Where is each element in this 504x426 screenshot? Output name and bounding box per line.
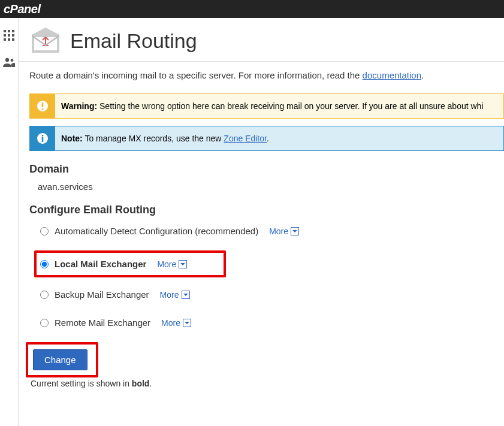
grid-icon[interactable] [4, 30, 14, 43]
warning-text: Setting the wrong option here can break … [97, 101, 483, 111]
note-label: Note: [61, 134, 83, 143]
change-button[interactable]: Change [33, 349, 87, 370]
svg-rect-3 [4, 34, 6, 37]
zone-editor-link[interactable]: Zone Editor [224, 134, 267, 143]
note-body: Note: To manage MX records, use the new … [55, 126, 503, 150]
svg-rect-7 [8, 38, 10, 41]
side-rail [0, 18, 18, 426]
svg-point-10 [11, 59, 14, 62]
more-link-local[interactable]: More [157, 259, 187, 269]
radio-auto-detect-input[interactable] [40, 227, 49, 235]
domain-section-title: Domain [29, 163, 504, 176]
info-icon [30, 126, 55, 150]
current-note-suffix: . [149, 379, 152, 388]
note-prefix: To manage MX records, use the new [83, 134, 224, 143]
chevron-down-icon [179, 260, 187, 268]
more-text: More [160, 290, 179, 300]
svg-rect-8 [12, 38, 14, 41]
email-routing-icon [29, 26, 62, 55]
warning-body: Warning: Setting the wrong option here c… [55, 94, 503, 118]
svg-rect-4 [8, 34, 10, 37]
warning-alert: Warning: Setting the wrong option here c… [29, 93, 504, 119]
current-note-bold: bold [132, 379, 150, 388]
radio-remote-label: Remote Mail Exchanger [55, 318, 150, 328]
svg-rect-15 [42, 137, 44, 142]
documentation-link[interactable]: documentation [363, 70, 421, 80]
top-bar: cPanel [0, 0, 504, 18]
svg-rect-1 [8, 30, 10, 32]
svg-rect-16 [42, 135, 44, 137]
radio-backup-exchanger[interactable]: Backup Mail Exchanger More [38, 286, 504, 303]
body-section: Route a domain's incoming mail to a spec… [19, 62, 504, 426]
svg-rect-6 [4, 38, 6, 41]
page-header: Email Routing [19, 18, 504, 62]
svg-rect-13 [42, 108, 44, 110]
radio-local-exchanger[interactable]: Local Mail Exchanger More [38, 253, 214, 275]
svg-rect-2 [12, 30, 14, 32]
radio-remote-exchanger[interactable]: Remote Mail Exchanger More [38, 314, 504, 331]
radio-backup-label: Backup Mail Exchanger [55, 289, 149, 300]
more-text: More [269, 226, 288, 236]
intro-prefix: Route a domain's incoming mail to a spec… [29, 70, 363, 80]
more-text: More [157, 259, 176, 269]
more-link-auto[interactable]: More [269, 226, 299, 236]
cpanel-logo: cPanel [4, 2, 40, 16]
radio-local-label: Local Mail Exchanger [55, 259, 146, 269]
svg-point-9 [5, 58, 9, 62]
routing-section-title: Configure Email Routing [29, 204, 504, 216]
radio-backup-input[interactable] [40, 291, 49, 299]
chevron-down-icon [182, 291, 190, 299]
more-link-remote[interactable]: More [161, 318, 191, 328]
chevron-down-icon [291, 227, 299, 235]
highlight-change: Change [26, 342, 98, 377]
svg-rect-12 [42, 102, 44, 107]
current-setting-note: Current setting is shown in bold. [31, 379, 504, 388]
radio-auto-detect-label: Automatically Detect Configuration (reco… [55, 226, 258, 236]
intro-text: Route a domain's incoming mail to a spec… [29, 70, 504, 80]
users-icon[interactable] [3, 58, 15, 70]
more-text: More [161, 318, 180, 328]
svg-rect-5 [12, 34, 14, 37]
warning-icon [30, 94, 55, 118]
highlight-local: Local Mail Exchanger More [34, 250, 226, 277]
chevron-down-icon [183, 319, 191, 327]
note-alert: Note: To manage MX records, use the new … [29, 126, 504, 151]
main-wrap: Email Routing Route a domain's incoming … [0, 18, 504, 426]
more-link-backup[interactable]: More [160, 290, 190, 300]
content-area: Email Routing Route a domain's incoming … [18, 18, 504, 426]
svg-rect-0 [4, 30, 6, 32]
domain-value: avan.services [29, 182, 504, 192]
radio-local-input[interactable] [40, 260, 49, 268]
intro-suffix: . [421, 70, 424, 80]
page-title: Email Routing [70, 29, 197, 53]
warning-label: Warning: [61, 101, 97, 111]
radio-remote-input[interactable] [40, 319, 49, 327]
radio-list: Automatically Detect Configuration (reco… [29, 222, 504, 331]
radio-auto-detect[interactable]: Automatically Detect Configuration (reco… [38, 222, 504, 240]
current-note-prefix: Current setting is shown in [31, 379, 132, 388]
note-suffix: . [267, 134, 269, 143]
